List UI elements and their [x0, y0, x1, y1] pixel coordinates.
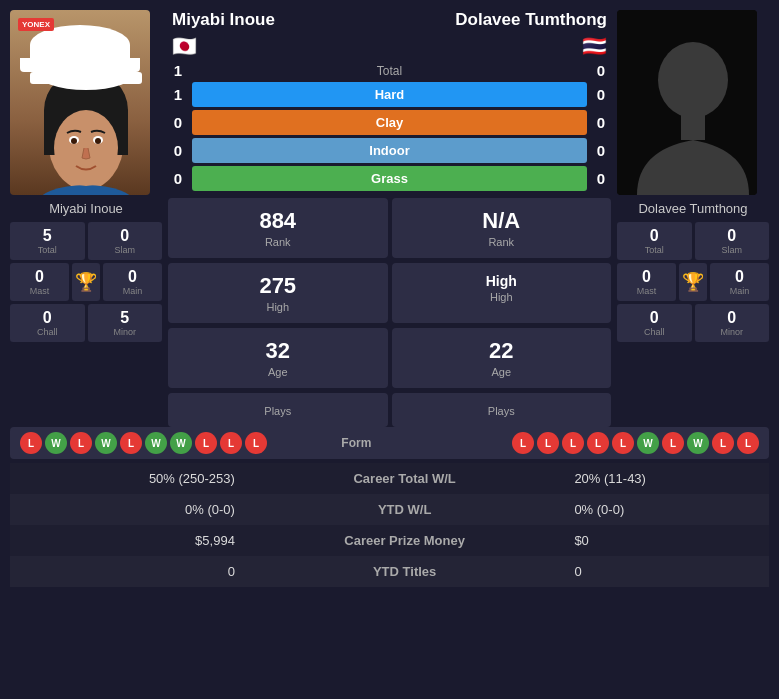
left-player-column: YONEX: [10, 10, 162, 342]
grass-right-score: 0: [591, 170, 611, 187]
right-rank-panel: N/A Rank: [392, 198, 612, 258]
left-form-badge: W: [95, 432, 117, 454]
svg-point-13: [658, 42, 728, 118]
svg-point-9: [95, 138, 101, 144]
left-age-panel: 32 Age: [168, 328, 388, 388]
right-flag: 🇹🇭: [455, 34, 607, 58]
left-form-badges: LWLWLWWLLL: [20, 432, 267, 454]
left-player-stats: 5 Total 0 Slam 0 Mast 🏆 0: [10, 222, 162, 342]
left-form-badge: L: [20, 432, 42, 454]
left-total-cell: 5 Total: [10, 222, 85, 260]
left-trophy: 🏆: [72, 263, 100, 301]
stats-left-value: $5,994: [10, 525, 249, 556]
right-trophy: 🏆: [679, 263, 707, 301]
total-label: Total: [377, 64, 402, 78]
main-container: YONEX: [0, 0, 779, 597]
right-form-badge: L: [712, 432, 734, 454]
stats-table-row: 0YTD Titles0: [10, 556, 769, 587]
right-player-name: Dolavee Tumthong: [455, 10, 607, 30]
indoor-button: Indoor: [192, 138, 587, 163]
svg-point-8: [71, 138, 77, 144]
left-slam-cell: 0 Slam: [88, 222, 163, 260]
stats-center-label: Career Total W/L: [249, 463, 561, 494]
left-stats-row-2: 0 Mast 🏆 0 Main: [10, 263, 162, 301]
right-chall-cell: 0 Chall: [617, 304, 692, 342]
hard-right-score: 0: [591, 86, 611, 103]
stats-table-row: 50% (250-253)Career Total W/L20% (11-43): [10, 463, 769, 494]
left-high-panel: 275 High: [168, 263, 388, 323]
right-rank-label: Rank: [488, 236, 514, 248]
right-player-photo: [617, 10, 757, 195]
right-form-badge: L: [562, 432, 584, 454]
left-mast-cell: 0 Mast: [10, 263, 69, 301]
stats-right-value: 20% (11-43): [560, 463, 769, 494]
right-plays-label: Plays: [488, 405, 515, 417]
left-stats-row-1: 5 Total 0 Slam: [10, 222, 162, 260]
stats-table-row: 0% (0-0)YTD W/L0% (0-0): [10, 494, 769, 525]
total-right-score: 0: [591, 62, 611, 79]
form-section: LWLWLWWLLL Form LLLLLWLWLL: [10, 427, 769, 459]
left-plays-panel: Plays: [168, 393, 388, 427]
left-name-block: Miyabi Inoue 🇯🇵: [172, 10, 275, 58]
stats-left-value: 50% (250-253): [10, 463, 249, 494]
left-minor-cell: 5 Minor: [88, 304, 163, 342]
indoor-row: 0 Indoor 0: [168, 138, 611, 163]
grass-left-score: 0: [168, 170, 188, 187]
left-high-value: 275: [259, 273, 296, 299]
stats-center-label: YTD Titles: [249, 556, 561, 587]
dolavee-silhouette-svg: [617, 10, 757, 195]
right-form-badge: L: [537, 432, 559, 454]
grass-button: Grass: [192, 166, 587, 191]
right-minor-cell: 0 Minor: [695, 304, 770, 342]
left-flag: 🇯🇵: [172, 34, 275, 58]
stats-left-value: 0% (0-0): [10, 494, 249, 525]
left-stats-row-3: 0 Chall 5 Minor: [10, 304, 162, 342]
left-form-badge: L: [70, 432, 92, 454]
right-total-cell: 0 Total: [617, 222, 692, 260]
hard-left-score: 1: [168, 86, 188, 103]
high-panels-row: 275 High High High: [168, 263, 611, 323]
left-form-badge: W: [45, 432, 67, 454]
svg-point-4: [36, 185, 136, 195]
middle-column: Miyabi Inoue 🇯🇵 Dolavee Tumthong 🇹🇭 1 To…: [168, 10, 611, 427]
plays-panels-row: Plays Plays: [168, 393, 611, 427]
left-plays-label: Plays: [264, 405, 291, 417]
right-form-badge: L: [512, 432, 534, 454]
right-age-panel: 22 Age: [392, 328, 612, 388]
right-form-badge: L: [612, 432, 634, 454]
left-chall-cell: 0 Chall: [10, 304, 85, 342]
right-mast-cell: 0 Mast: [617, 263, 676, 301]
total-left-score: 1: [168, 62, 188, 79]
left-rank-value: 884: [259, 208, 296, 234]
left-form-badge: L: [245, 432, 267, 454]
right-form-badge: W: [687, 432, 709, 454]
left-form-badge: W: [170, 432, 192, 454]
stats-right-value: $0: [560, 525, 769, 556]
stats-left-value: 0: [10, 556, 249, 587]
hard-row: 1 Hard 0: [168, 82, 611, 107]
stats-center-label: Career Prize Money: [249, 525, 561, 556]
stats-table: 50% (250-253)Career Total W/L20% (11-43)…: [10, 463, 769, 587]
total-row: 1 Total 0: [168, 61, 611, 79]
age-panels-row: 32 Age 22 Age: [168, 328, 611, 388]
hard-button: Hard: [192, 82, 587, 107]
left-player-name: Miyabi Inoue: [172, 10, 275, 30]
right-high-label: High: [490, 291, 513, 303]
right-stats-row-1: 0 Total 0 Slam: [617, 222, 769, 260]
right-age-value: 22: [489, 338, 513, 364]
grass-row: 0 Grass 0: [168, 166, 611, 191]
left-rank-panel: 884 Rank: [168, 198, 388, 258]
right-form-badge: L: [662, 432, 684, 454]
svg-point-11: [36, 54, 136, 90]
left-form-badge: L: [220, 432, 242, 454]
right-player-stats: 0 Total 0 Slam 0 Mast 🏆 0: [617, 222, 769, 342]
clay-left-score: 0: [168, 114, 188, 131]
left-form-badge: L: [120, 432, 142, 454]
right-form-badges: LLLLLWLWLL: [512, 432, 759, 454]
right-name-block: Dolavee Tumthong 🇹🇭: [455, 10, 607, 58]
right-form-badge: L: [737, 432, 759, 454]
stats-right-value: 0% (0-0): [560, 494, 769, 525]
right-rank-value: N/A: [482, 208, 520, 234]
right-main-cell: 0 Main: [710, 263, 769, 301]
right-player-name-label: Dolavee Tumthong: [617, 201, 769, 216]
